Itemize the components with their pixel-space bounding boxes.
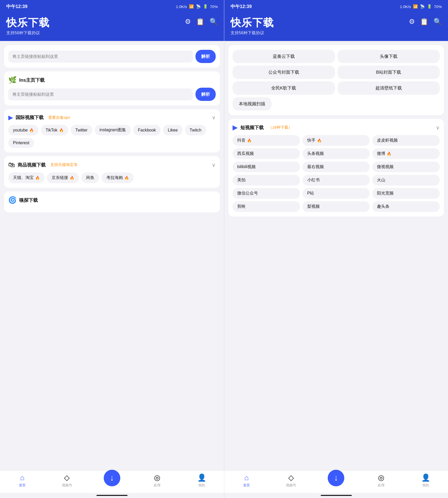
settings-icon[interactable]: ⚙ [185,18,191,26]
tag-pstation[interactable]: P站 [303,188,370,199]
battery-pct: 70% [210,4,218,9]
parse-button-top[interactable]: 解析 [195,50,216,63]
tag-local-scan[interactable]: 本地视频扫描 [233,97,271,110]
short-video-icon: ▶ [233,123,238,132]
nav-process-left[interactable]: ◎ 处理 [149,473,165,488]
nav-process-right[interactable]: ◎ 处理 [373,473,389,488]
top-tags-grid: 蓝奏云下载 头像下载 公众号封面下载 B站封面下载 全民K歌下载 超清壁纸下载 [233,50,440,95]
tag-xigua[interactable]: 西瓜视频 [233,148,300,159]
nav-fab-right[interactable]: ↓ [328,470,344,486]
left-status-bar: 中午12:39 1.0K/s 📶 📡 🔋 70% [0,0,224,13]
tag-xiaohongshu[interactable]: 小红书 [303,175,370,185]
right-signal-icon: 📶 [413,4,418,9]
right-battery-icon: 🔋 [427,4,432,9]
ins-parse-button[interactable]: 解析 [195,88,216,101]
tag-instagram[interactable]: instagram图集 [95,125,131,135]
tag-toutiao-video[interactable]: 头条视频 [303,148,370,159]
url-card: 解析 [4,45,220,68]
tag-weishi[interactable]: 微视视频 [372,162,440,172]
nav-video-label-left: 视频号 [62,483,72,488]
left-header: 快乐下载 支持56种下载协议 ⚙ 📋 🔍 [0,13,224,41]
tag-pipixia[interactable]: 皮皮虾视频 [372,135,440,146]
home-indicator-right [321,495,352,496]
tag-bili-cover[interactable]: B站封面下载 [338,66,440,79]
nav-home-label-right: 首页 [243,483,250,488]
nav-home-right[interactable]: ⌂ 首页 [239,474,254,488]
short-video-card: ▶ 短视频下载 （16种下载） ∨ 抖音 🔥 快手 🔥 皮皮虾视频 西瓜视频 头… [228,119,444,217]
network-speed: 1.0K/s [176,4,187,9]
left-main-content: 解析 🌿 Ins主页下载 解析 ▶ 国际视频下载 需要自备vpn ∨ you [0,41,224,471]
tag-kaola[interactable]: 考拉海购 🔥 [102,172,134,183]
nav-video-right[interactable]: ◇ 视频号 [283,473,299,488]
right-panel: 中午12:39 1.0K/s 📶 📡 🔋 70% 快乐下载 支持56种下载协议 … [224,0,448,498]
tag-livideo[interactable]: 梨视频 [303,201,370,212]
hot-icon-jd: 🔥 [70,176,74,180]
tag-xianyu[interactable]: 闲鱼 [81,172,99,183]
tag-jianying[interactable]: 剪映 [233,201,300,212]
tag-kuaishou[interactable]: 快手 🔥 [303,135,370,146]
ins-icon: 🌿 [8,76,17,84]
tag-weibo[interactable]: 微博 🔥 [372,148,440,159]
tag-zuiyou[interactable]: 最右视频 [303,162,370,172]
tag-facebook[interactable]: Fackbook [133,125,160,135]
right-list-icon[interactable]: 📋 [420,18,428,26]
ins-input[interactable] [8,88,193,100]
tag-meipai[interactable]: 美拍 [233,175,300,185]
tag-wallpaper[interactable]: 超清壁纸下载 [338,81,440,95]
left-panel: 中午12:39 1.0K/s 📶 📡 🔋 70% 快乐下载 支持56种下载协议 … [0,0,224,498]
right-header-icons: ⚙ 📋 🔍 [409,18,442,26]
tag-lanzou[interactable]: 蓝奏云下载 [233,50,335,63]
tag-bilibili[interactable]: bilibili视频 [233,162,300,172]
left-header-icons: ⚙ 📋 🔍 [185,18,218,26]
ins-url-row: 解析 [8,88,216,101]
tag-sunshine[interactable]: 阳光宽频 [372,188,440,199]
tag-wechat-mp[interactable]: 微信公众号 [233,188,300,199]
nav-mine-label-right: 我的 [422,483,429,488]
ins-title: Ins主页下载 [19,77,45,83]
nav-process-label-right: 处理 [378,483,384,488]
right-settings-icon[interactable]: ⚙ [409,18,415,26]
tag-tiktok[interactable]: TikTok 🔥 [41,125,68,135]
tag-qutoutiao[interactable]: 趣头条 [372,201,440,212]
short-video-chevron: ∨ [436,125,440,131]
top-single-tag-grid: 本地视频扫描 [233,97,440,110]
shop-section-header: 🛍 商品视频下载 支持天猫淘宝等 ∨ [8,161,216,169]
app-subtitle-left: 支持56种下载协议 [6,30,50,36]
nav-home-label-left: 首页 [19,483,26,488]
tag-douyin[interactable]: 抖音 🔥 [233,135,300,146]
shop-icon: 🛍 [8,161,15,169]
url-input[interactable] [8,51,193,63]
video-icon-left: ◇ [64,473,70,482]
tag-tmall[interactable]: 天猫、淘宝 🔥 [8,172,44,183]
nav-mine-right[interactable]: 👤 我的 [418,473,433,488]
ins-section-header: 🌿 Ins主页下载 [8,76,216,84]
right-battery-pct: 70% [434,4,442,9]
list-icon[interactable]: 📋 [196,18,204,26]
nav-mine-left[interactable]: 👤 我的 [194,473,209,488]
tag-avatar[interactable]: 头像下载 [338,50,440,63]
shop-tag-grid: 天猫、淘宝 🔥 京东链接 🔥 闲鱼 考拉海购 🔥 [8,172,216,183]
right-search-icon[interactable]: 🔍 [433,18,442,26]
battery-icon: 🔋 [203,4,208,9]
right-time: 中午12:39 [230,3,252,10]
tag-official-cover[interactable]: 公众号封面下载 [233,66,335,79]
nav-video-left[interactable]: ◇ 视频号 [59,473,75,488]
tag-jd[interactable]: 京东链接 🔥 [47,172,79,183]
intl-section-header: ▶ 国际视频下载 需要自备vpn ∨ [8,114,216,121]
tag-pinterest[interactable]: Pinterest [8,138,34,148]
tag-huoshan[interactable]: 火山 [372,175,440,185]
left-time: 中午12:39 [6,3,27,10]
tag-youtube[interactable]: youtube 🔥 [8,125,38,135]
nav-fab-left[interactable]: ↓ [104,470,120,486]
home-icon-right: ⌂ [244,474,249,482]
tag-likee[interactable]: Likee [163,125,182,135]
short-video-grid: 抖音 🔥 快手 🔥 皮皮虾视频 西瓜视频 头条视频 微博 🔥 bilibili视… [233,135,440,212]
tag-karaoke[interactable]: 全民K歌下载 [233,81,335,95]
signal-icon: 📶 [189,4,194,9]
tag-twitch[interactable]: Twitch [185,125,206,135]
right-header-title: 快乐下载 支持56种下载协议 [230,16,274,36]
nav-home-left[interactable]: ⌂ 首页 [15,474,30,488]
search-icon[interactable]: 🔍 [209,18,218,26]
tag-twitter[interactable]: Twitter [71,125,92,135]
sniff-icon: 🌀 [8,196,17,204]
